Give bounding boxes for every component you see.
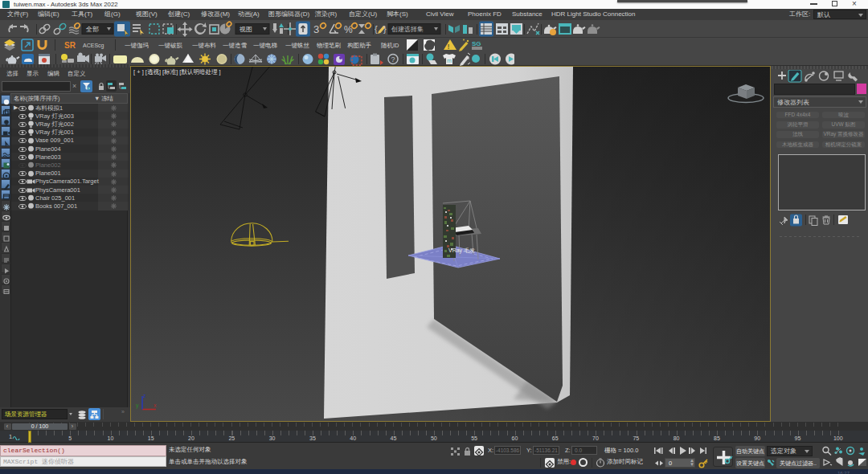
svg-text:?: ?: [391, 55, 395, 63]
svg-text:一键伽玛: 一键伽玛: [125, 42, 149, 49]
svg-text:一键布料: 一键布料: [192, 42, 217, 49]
svg-text:构图助手: 构图助手: [347, 42, 372, 49]
svg-text:一键破损: 一键破损: [158, 42, 183, 49]
svg-text:z: z: [143, 393, 146, 398]
svg-text:SG: SG: [472, 40, 481, 47]
svg-text:物理笔刷: 物理笔刷: [317, 42, 342, 49]
svg-text:一键造雪: 一键造雪: [223, 42, 248, 49]
svg-text:一键蛛丝: 一键蛛丝: [285, 42, 310, 49]
svg-text:创建选择集: 创建选择集: [391, 26, 424, 33]
svg-text:{: {: [375, 24, 378, 34]
svg-text:!: !: [448, 43, 450, 51]
svg-text:3: 3: [313, 23, 319, 35]
svg-text:}: }: [383, 24, 387, 34]
svg-text:ACEScg: ACEScg: [83, 43, 104, 49]
svg-text:x: x: [154, 402, 157, 408]
svg-text:m: m: [447, 58, 452, 63]
svg-text:一键电梯: 一键电梯: [253, 42, 277, 49]
svg-text:全部: 全部: [86, 26, 99, 33]
svg-text:SR: SR: [64, 41, 76, 50]
svg-text:y: y: [136, 402, 139, 409]
svg-text:随机ID: 随机ID: [381, 42, 399, 49]
svg-text:视图: 视图: [239, 26, 252, 33]
svg-text:VRay 毛发: VRay 毛发: [448, 247, 475, 254]
